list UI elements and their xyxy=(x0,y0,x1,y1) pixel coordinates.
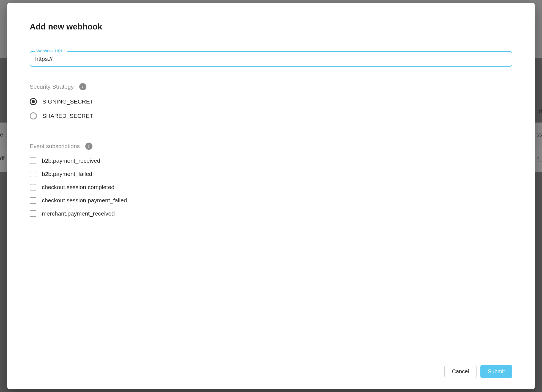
info-icon[interactable]: i xyxy=(85,143,92,150)
radio-signing-secret[interactable]: SIGNING_SECRET xyxy=(30,98,512,105)
checkbox-label: b2b.payment_received xyxy=(42,157,100,164)
webhook-url-input[interactable] xyxy=(30,52,512,66)
event-subscriptions-list: b2b.payment_received b2b.payment_failed … xyxy=(30,157,512,224)
event-subscriptions-header: Event subscriptions i xyxy=(30,143,512,150)
modal-title: Add new webhook xyxy=(30,22,512,31)
checkbox-icon xyxy=(30,184,36,190)
event-checkbox-b2b-payment-failed[interactable]: b2b.payment_failed xyxy=(30,171,512,177)
checkbox-label: checkout.session.payment_failed xyxy=(42,197,127,204)
webhook-url-field[interactable]: Webhook URL * xyxy=(30,51,512,67)
radio-shared-secret[interactable]: SHARED_SECRET xyxy=(30,112,512,119)
radio-icon xyxy=(30,112,37,119)
radio-label: SHARED_SECRET xyxy=(42,113,93,119)
checkbox-icon xyxy=(30,210,36,217)
checkbox-icon xyxy=(30,157,36,164)
add-webhook-modal: Add new webhook Webhook URL * Security S… xyxy=(7,3,535,389)
checkbox-label: merchant.payment_received xyxy=(42,210,115,217)
checkbox-icon xyxy=(30,171,36,177)
checkbox-label: b2b.payment_failed xyxy=(42,171,92,177)
checkbox-icon xyxy=(30,197,36,204)
webhook-url-label: Webhook URL * xyxy=(35,48,67,53)
info-icon[interactable]: i xyxy=(79,83,86,90)
security-strategy-header: Security Strategy i xyxy=(30,83,512,90)
modal-footer: Cancel Submit xyxy=(30,359,512,378)
radio-icon xyxy=(30,98,37,105)
cancel-button[interactable]: Cancel xyxy=(444,365,476,378)
security-strategy-label: Security Strategy xyxy=(30,83,74,90)
event-subscriptions-label: Event subscriptions xyxy=(30,143,80,149)
event-checkbox-checkout-session-completed[interactable]: checkout.session.completed xyxy=(30,184,512,190)
event-checkbox-merchant-payment-received[interactable]: merchant.payment_received xyxy=(30,210,512,217)
radio-label: SIGNING_SECRET xyxy=(42,98,94,105)
event-checkbox-b2b-payment-received[interactable]: b2b.payment_received xyxy=(30,157,512,164)
checkbox-label: checkout.session.completed xyxy=(42,184,114,190)
event-checkbox-checkout-session-payment-failed[interactable]: checkout.session.payment_failed xyxy=(30,197,512,204)
security-strategy-radio-group: SIGNING_SECRET SHARED_SECRET xyxy=(30,98,512,127)
submit-button[interactable]: Submit xyxy=(480,365,512,378)
